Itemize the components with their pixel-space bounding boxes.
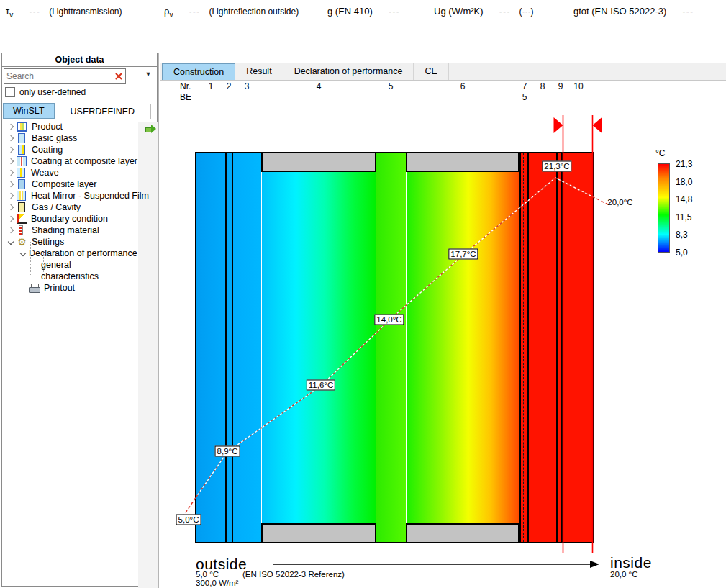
search-input[interactable] xyxy=(4,71,114,81)
tree-item-label: Coating xyxy=(32,145,63,155)
object-data-panel: Object data ▼ only user-defined WinSLTUS… xyxy=(1,53,158,587)
tree-expander-icon[interactable] xyxy=(6,168,15,177)
pane-layer xyxy=(563,153,592,542)
cavity-gradient xyxy=(406,172,519,523)
outside-temperature: 5,0 °C xyxy=(196,570,219,579)
tree-item-general[interactable]: general xyxy=(4,259,137,271)
arrow-head xyxy=(590,561,599,568)
search-box[interactable] xyxy=(4,68,126,84)
weave-icon xyxy=(17,168,25,178)
sidebar-tab-userdefined[interactable]: USERDEFINED xyxy=(55,104,152,119)
tree-expander-icon[interactable] xyxy=(6,157,15,166)
panel-divider xyxy=(158,53,159,588)
tree-item-characteristics[interactable]: characteristics xyxy=(4,271,137,282)
tree-item-boundary-condition[interactable]: Boundary condition xyxy=(4,213,137,225)
tree-item-coating[interactable]: Coating xyxy=(4,144,137,155)
heat-mirror-icon xyxy=(17,191,26,201)
scale-tick: 11,5 xyxy=(676,212,691,222)
param-: ρv---(Lightreflection outside) xyxy=(164,6,299,19)
tab-result[interactable]: Result xyxy=(235,63,283,80)
search-dropdown-button[interactable]: ▼ xyxy=(142,71,154,81)
tree-item-heat-mirror-suspended-film[interactable]: Heat Mirror - Suspended Film xyxy=(4,190,137,202)
tree-expander-icon[interactable] xyxy=(19,249,27,258)
sidebar-tabbar: WinSLTUSERDEFINED xyxy=(3,104,151,119)
scale-tick: 21,3 xyxy=(676,159,692,169)
spacer-bottom xyxy=(406,523,519,542)
tree-item-gas-cavity[interactable]: Gas / Cavity xyxy=(4,202,137,213)
param-note: (Lightreflection outside) xyxy=(209,6,299,17)
param-symbol: τv xyxy=(6,6,13,17)
layer-number: 5 xyxy=(389,81,394,91)
tree-item-label: Shading material xyxy=(32,225,99,235)
param-symbol: g (EN 410) xyxy=(327,6,373,17)
tree-spacer xyxy=(31,261,40,269)
tree-item-product[interactable]: Product xyxy=(4,121,137,132)
tree-expander-icon[interactable] xyxy=(6,214,15,223)
param-value: --- xyxy=(189,6,200,17)
scale-tick: 18,0 xyxy=(676,177,692,187)
object-data-title: Object data xyxy=(2,53,157,67)
tree-expander-icon[interactable] xyxy=(6,180,15,189)
tree-item-weave[interactable]: Weave xyxy=(4,167,137,178)
tree-item-composite-layer[interactable]: Composite layer xyxy=(4,178,137,190)
export-arrow-icon[interactable] xyxy=(144,125,157,134)
tab-ce[interactable]: CE xyxy=(414,63,448,80)
pane-layer xyxy=(521,153,527,542)
param-value: --- xyxy=(499,6,511,17)
param-value: --- xyxy=(682,6,694,17)
cavity-layer xyxy=(261,153,376,542)
layer-number: 4 xyxy=(317,81,322,91)
gas-cavity-icon xyxy=(18,202,25,212)
clear-search-icon[interactable] xyxy=(114,71,124,81)
composite-layer-icon xyxy=(18,179,25,189)
basic-glass-icon xyxy=(18,133,25,143)
tree-item-label: Heat Mirror - Suspended Film xyxy=(31,191,149,201)
tab-construction[interactable]: Construction xyxy=(162,63,235,80)
tree-item-label: Basic glass xyxy=(32,133,77,143)
tree-item-label: Coating at composite layer xyxy=(31,156,137,166)
main-tabbar: ConstructionResultDeclaration of perform… xyxy=(160,63,726,81)
ruler-be-label: BE xyxy=(180,92,191,102)
tree-expander-icon[interactable] xyxy=(6,226,15,235)
scale-tick: 14,8 xyxy=(676,194,692,204)
tree-expander-icon[interactable] xyxy=(6,134,15,143)
boundary-condition-icon xyxy=(17,214,27,224)
tree-item-declaration-of-performance[interactable]: Declaration of performance xyxy=(4,248,137,259)
tab-declaration-of-performance[interactable]: Declaration of performance xyxy=(283,63,414,80)
sidebar-tab-winslt[interactable]: WinSLT xyxy=(3,103,55,119)
tree-item-label: Product xyxy=(32,122,63,132)
temp-label-20-0-c: 20,0°C xyxy=(606,198,634,207)
layer-number: 9 xyxy=(558,81,563,91)
tree-expander-icon[interactable] xyxy=(6,191,15,200)
tree-item-label: Printout xyxy=(44,283,75,293)
coating-composite-icon xyxy=(17,156,27,166)
param-symbol: ρv xyxy=(164,6,173,17)
tree-expander-icon[interactable] xyxy=(6,203,15,212)
ruler-nr-label: Nr. xyxy=(180,81,191,91)
tree-item-label: Gas / Cavity xyxy=(32,202,81,212)
tree-item-label: Composite layer xyxy=(32,179,96,189)
tree-item-coating-at-composite-layer[interactable]: Coating at composite layer xyxy=(4,155,137,167)
tree-guide-line xyxy=(30,242,31,275)
tree-item-settings[interactable]: ⚙Settings xyxy=(4,236,137,248)
layer-number: 10 xyxy=(573,81,583,91)
tree-item-shading-material[interactable]: Shading material xyxy=(4,225,137,236)
tree-expander-icon[interactable] xyxy=(6,145,15,154)
inside-temperature: 20,0 °C xyxy=(610,570,637,579)
tree-spacer xyxy=(19,284,27,292)
temp-label-11-6-c: 11,6°C xyxy=(307,380,335,391)
cursor-marker-handle[interactable] xyxy=(593,117,602,133)
tree-item-printout[interactable]: Printout xyxy=(4,282,137,294)
param-value: --- xyxy=(29,6,40,17)
cursor-marker-handle[interactable] xyxy=(554,117,563,133)
tree-item-basic-glass[interactable]: Basic glass xyxy=(4,132,137,144)
tree-item-label: Declaration of performance xyxy=(29,248,137,258)
only-user-defined-checkbox[interactable] xyxy=(5,87,15,97)
tree-expander-icon[interactable] xyxy=(6,238,15,246)
param-note: (Lighttransmission) xyxy=(49,6,122,17)
param-ug-w-m-k: Ug (W/m²K)---(---) xyxy=(434,6,534,17)
param-gtot-en-iso-52022-3: gtot (EN ISO 52022-3)--- xyxy=(573,6,694,17)
tree-expander-icon[interactable] xyxy=(6,122,15,131)
cavity-gradient xyxy=(261,172,376,523)
temp-label-5-0-c: 5,0°C xyxy=(176,515,201,525)
